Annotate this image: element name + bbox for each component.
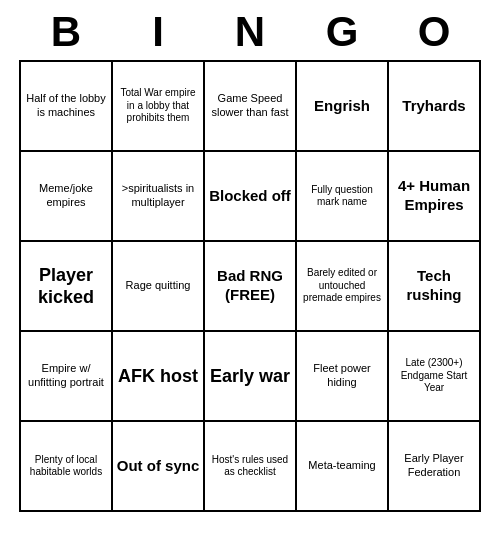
bingo-cell[interactable]: Fully question mark name bbox=[297, 152, 389, 242]
bingo-cell[interactable]: Plenty of local habitable worlds bbox=[21, 422, 113, 512]
bingo-cell[interactable]: Engrish bbox=[297, 62, 389, 152]
bingo-letter: O bbox=[388, 8, 480, 56]
bingo-cell[interactable]: Game Speed slower than fast bbox=[205, 62, 297, 152]
bingo-cell[interactable]: Out of sync bbox=[113, 422, 205, 512]
bingo-header: BINGO bbox=[20, 0, 480, 60]
bingo-cell[interactable]: Player kicked bbox=[21, 242, 113, 332]
bingo-cell[interactable]: Half of the lobby is machines bbox=[21, 62, 113, 152]
bingo-cell[interactable]: Late (2300+) Endgame Start Year bbox=[389, 332, 481, 422]
bingo-cell[interactable]: Empire w/ unfitting portrait bbox=[21, 332, 113, 422]
bingo-cell[interactable]: Host's rules used as checklist bbox=[205, 422, 297, 512]
bingo-letter: N bbox=[204, 8, 296, 56]
bingo-cell[interactable]: 4+ Human Empires bbox=[389, 152, 481, 242]
bingo-cell[interactable]: Meta-teaming bbox=[297, 422, 389, 512]
bingo-grid: Half of the lobby is machinesTotal War e… bbox=[19, 60, 481, 512]
bingo-cell[interactable]: Tryhards bbox=[389, 62, 481, 152]
bingo-cell[interactable]: Rage quitting bbox=[113, 242, 205, 332]
bingo-cell[interactable]: AFK host bbox=[113, 332, 205, 422]
bingo-cell[interactable]: Barely edited or untouched premade empir… bbox=[297, 242, 389, 332]
bingo-cell[interactable]: Blocked off bbox=[205, 152, 297, 242]
bingo-cell[interactable]: Early Player Federation bbox=[389, 422, 481, 512]
bingo-letter: G bbox=[296, 8, 388, 56]
bingo-cell[interactable]: Bad RNG (FREE) bbox=[205, 242, 297, 332]
bingo-cell[interactable]: Tech rushing bbox=[389, 242, 481, 332]
bingo-cell[interactable]: >spiritualists in multiplayer bbox=[113, 152, 205, 242]
bingo-cell[interactable]: Early war bbox=[205, 332, 297, 422]
bingo-cell[interactable]: Meme/joke empires bbox=[21, 152, 113, 242]
bingo-cell[interactable]: Fleet power hiding bbox=[297, 332, 389, 422]
bingo-letter: B bbox=[20, 8, 112, 56]
bingo-cell[interactable]: Total War empire in a lobby that prohibi… bbox=[113, 62, 205, 152]
bingo-letter: I bbox=[112, 8, 204, 56]
